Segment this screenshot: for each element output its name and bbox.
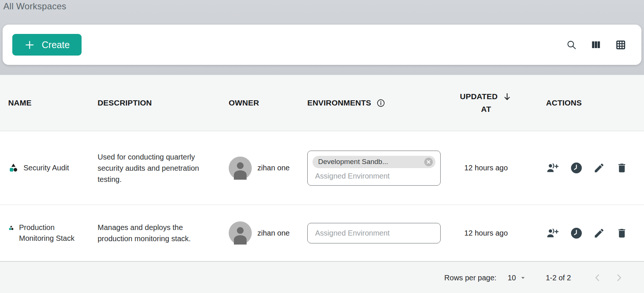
plus-icon	[24, 40, 35, 50]
person-add-icon	[546, 162, 559, 174]
clock-icon	[571, 162, 582, 174]
workspace-name: Production Monitoring Stack	[19, 222, 83, 244]
owner-cell: zihan one	[218, 221, 307, 245]
table-row: Production Monitoring Stack Manages and …	[0, 205, 644, 261]
rows-per-page-value: 10	[508, 274, 516, 282]
trash-icon	[616, 227, 628, 239]
table-pagination: Rows per page: 10 1-2 of 2	[0, 261, 644, 293]
header-actions: ACTIONS	[531, 98, 644, 107]
avatar	[229, 157, 252, 180]
person-add-icon	[546, 227, 559, 239]
edit-button[interactable]	[593, 227, 605, 239]
previous-page-button[interactable]	[592, 272, 603, 283]
delete-button[interactable]	[616, 162, 628, 174]
chevron-left-icon	[592, 272, 603, 283]
pager-controls	[592, 272, 625, 283]
toolbar-icons	[566, 39, 626, 51]
view-grid-icon	[615, 39, 626, 51]
next-page-button[interactable]	[613, 272, 625, 283]
workspaces-table: NAME DESCRIPTION OWNER ENVIRONMENTS UPDA…	[0, 75, 644, 293]
pagination-range: 1-2 of 2	[546, 274, 571, 282]
header-environments: ENVIRONMENTS	[307, 98, 441, 108]
edit-button[interactable]	[593, 162, 605, 174]
owner-cell: zihan one	[218, 157, 307, 180]
toolbar-card: Create	[3, 25, 641, 65]
delete-button[interactable]	[616, 227, 628, 239]
owner-name: zihan one	[257, 229, 290, 237]
trash-icon	[616, 162, 628, 174]
workspace-logo-icon	[8, 224, 14, 231]
create-button[interactable]: Create	[12, 34, 82, 56]
actions-cell	[531, 227, 644, 239]
workspace-description: Manages and deploys the production monit…	[91, 222, 217, 244]
header-updated-line1: UPDATED	[460, 90, 498, 103]
assigned-environment-select[interactable]: Development Sandb... Assigned Environmen…	[307, 151, 441, 186]
header-updated-at[interactable]: UPDATED AT	[441, 90, 531, 116]
search-icon	[566, 39, 577, 50]
column-view-button[interactable]	[590, 39, 602, 50]
updated-at: 12 hours ago	[441, 164, 531, 172]
rows-per-page-select[interactable]: 10	[508, 274, 526, 282]
workspace-name-cell: Security Audit	[0, 163, 91, 173]
environment-chip[interactable]: Development Sandb...	[313, 156, 435, 168]
header-updated-line2: AT	[481, 103, 491, 116]
header-description: DESCRIPTION	[91, 98, 218, 107]
grid-view-button[interactable]	[615, 39, 626, 51]
remove-environment-button[interactable]	[424, 157, 433, 167]
history-button[interactable]	[571, 162, 582, 174]
workspace-name: Security Audit	[23, 163, 69, 173]
workspace-logo-icon	[8, 163, 19, 173]
history-button[interactable]	[571, 227, 582, 239]
avatar	[229, 221, 252, 245]
workspace-description: Used for conducting quarterly security a…	[91, 151, 217, 185]
environments-cell: Development Sandb... Assigned Environmen…	[307, 151, 441, 186]
dropdown-caret-icon	[520, 274, 526, 281]
close-icon	[424, 157, 433, 167]
search-button[interactable]	[566, 39, 577, 50]
add-user-button[interactable]	[546, 162, 559, 174]
updated-at: 12 hours ago	[441, 229, 531, 237]
header-environments-label: ENVIRONMENTS	[307, 98, 371, 107]
page-title: All Workspaces	[3, 1, 66, 12]
table-row: Security Audit Used for conducting quart…	[0, 131, 644, 205]
info-icon[interactable]	[376, 98, 386, 108]
assigned-environment-select[interactable]: Assigned Environment	[307, 223, 441, 243]
add-user-button[interactable]	[546, 227, 559, 239]
assigned-environment-placeholder: Assigned Environment	[313, 229, 435, 237]
owner-name: zihan one	[257, 164, 290, 172]
view-columns-icon	[590, 39, 602, 50]
edit-icon	[593, 227, 605, 239]
actions-cell	[531, 162, 644, 174]
header-name: NAME	[0, 98, 91, 107]
create-button-label: Create	[42, 40, 70, 50]
header-owner: OWNER	[218, 98, 307, 107]
environment-chip-label: Development Sandb...	[318, 158, 388, 166]
sort-desc-arrow-icon	[502, 92, 512, 102]
rows-per-page-label: Rows per page:	[444, 274, 497, 282]
environments-cell: Assigned Environment	[307, 223, 441, 243]
assigned-environment-placeholder: Assigned Environment	[313, 172, 435, 180]
table-header-row: NAME DESCRIPTION OWNER ENVIRONMENTS UPDA…	[0, 75, 644, 131]
workspaces-page: { "page": { "title": "All Workspaces" },…	[0, 0, 644, 293]
edit-icon	[593, 162, 605, 174]
clock-icon	[571, 227, 582, 239]
chevron-right-icon	[613, 272, 625, 283]
workspace-name-cell: Production Monitoring Stack	[0, 222, 91, 244]
